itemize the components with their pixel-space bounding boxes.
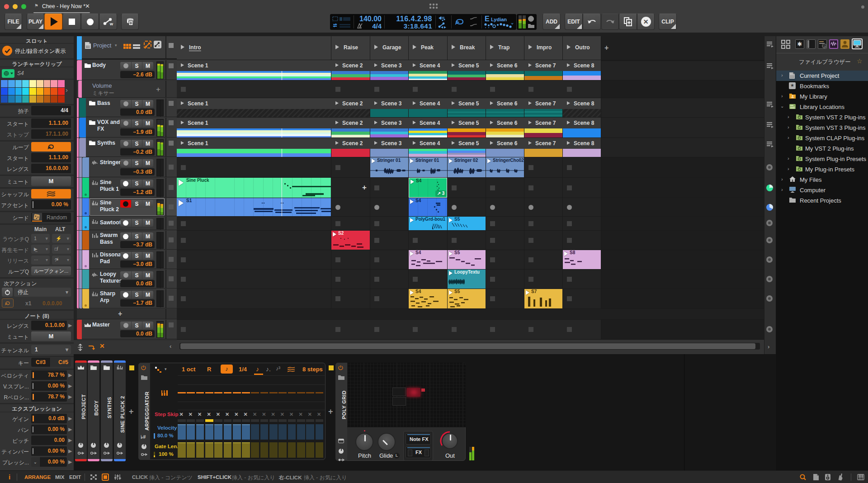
svg-text:*: * <box>158 44 160 48</box>
svg-text:w: w <box>109 22 113 26</box>
